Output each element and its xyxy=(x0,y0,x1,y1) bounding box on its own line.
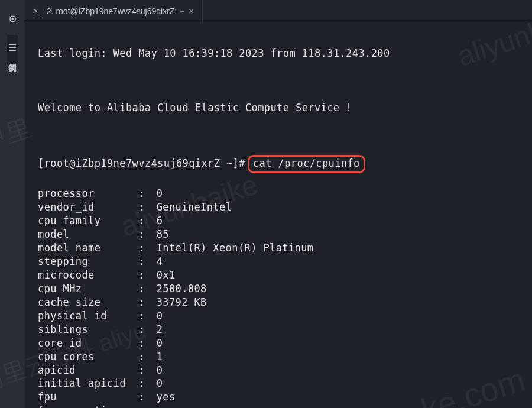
colon: : xyxy=(138,268,150,282)
cpuinfo-row: fpu: yes xyxy=(38,390,532,404)
sidebar-item-my-instance[interactable]: ☰ 我的实例 xyxy=(7,35,18,64)
cpuinfo-key: microcode xyxy=(38,268,138,282)
cpuinfo-value: 0 xyxy=(150,336,163,350)
terminal-output[interactable]: Last login: Wed May 10 16:39:18 2023 fro… xyxy=(25,22,532,408)
tabbar: >_ 2. root@iZbp19ne7wvz4suj69qixrZ: ~ × xyxy=(25,0,532,22)
tab-title: 2. root@iZbp19ne7wvz4suj69qixrZ: ~ xyxy=(47,7,184,16)
cpuinfo-row: cpu cores: 1 xyxy=(38,350,532,364)
cpuinfo-row: stepping: 4 xyxy=(38,255,532,268)
cpuinfo-key: model name xyxy=(38,241,138,255)
cpuinfo-key: cpu MHz xyxy=(38,282,138,296)
shell-prompt: [root@iZbp19ne7wvz4suj69qixrZ ~]# xyxy=(38,157,245,169)
terminal-tab[interactable]: >_ 2. root@iZbp19ne7wvz4suj69qixrZ: ~ × xyxy=(25,0,203,22)
cpuinfo-row: cpu MHz: 2500.008 xyxy=(38,282,532,296)
welcome-line: Welcome to Alibaba Cloud Elastic Compute… xyxy=(38,101,532,115)
colon: : xyxy=(138,282,150,296)
cpuinfo-row: fpu_exception: yes xyxy=(38,404,532,408)
cpuinfo-value: 0x1 xyxy=(150,268,176,282)
cpuinfo-row: initial apicid: 0 xyxy=(38,377,532,390)
colon: : xyxy=(138,377,150,390)
cpuinfo-key: core id xyxy=(38,336,138,350)
cpuinfo-row: siblings: 2 xyxy=(38,323,532,336)
cpuinfo-row: processor: 0 xyxy=(38,187,532,200)
sidebar-item-recent-login[interactable]: ⊙ 最近登录 xyxy=(7,6,18,35)
colon: : xyxy=(138,214,150,228)
cpuinfo-value: 4 xyxy=(150,255,163,268)
cpuinfo-value: yes xyxy=(150,390,176,404)
cpuinfo-row: physical id: 0 xyxy=(38,309,532,323)
cpuinfo-key: cpu cores xyxy=(38,350,138,364)
colon: : xyxy=(138,336,150,350)
list-icon: ☰ xyxy=(8,42,17,53)
terminal-icon: >_ xyxy=(33,7,42,15)
chat-icon: ⊙ xyxy=(9,13,17,24)
cpuinfo-value: GenuineIntel xyxy=(150,200,232,214)
main-area: >_ 2. root@iZbp19ne7wvz4suj69qixrZ: ~ × … xyxy=(25,0,532,408)
cpuinfo-row: model name: Intel(R) Xeon(R) Platinum xyxy=(38,241,532,255)
cpuinfo-key: initial apicid xyxy=(38,377,138,390)
colon: : xyxy=(138,404,150,408)
colon: : xyxy=(138,309,150,323)
cpuinfo-value: 2 xyxy=(150,323,163,336)
cpuinfo-key: siblings xyxy=(38,323,138,336)
cpuinfo-row: apicid: 0 xyxy=(38,364,532,377)
cpuinfo-value: 0 xyxy=(150,364,163,377)
cpuinfo-row: core id: 0 xyxy=(38,336,532,350)
cpuinfo-key: model xyxy=(38,228,138,241)
cpuinfo-row: cpu family: 6 xyxy=(38,214,532,228)
colon: : xyxy=(138,296,150,309)
cpuinfo-value: 0 xyxy=(150,377,163,390)
cpuinfo-key: apicid xyxy=(38,364,138,377)
cpuinfo-row: cache size: 33792 KB xyxy=(38,296,532,309)
colon: : xyxy=(138,200,150,214)
close-icon[interactable]: × xyxy=(189,6,194,16)
colon: : xyxy=(138,323,150,336)
cpuinfo-key: cache size xyxy=(38,296,138,309)
colon: : xyxy=(138,228,150,241)
cpuinfo-row: model: 85 xyxy=(38,228,532,241)
cpuinfo-key: stepping xyxy=(38,255,138,268)
cpuinfo-value: 2500.008 xyxy=(150,282,207,296)
sidebar: ⊙ 最近登录 ☰ 我的实例 xyxy=(0,0,25,408)
colon: : xyxy=(138,255,150,268)
cpuinfo-value: 1 xyxy=(150,350,163,364)
cpuinfo-key: cpu family xyxy=(38,214,138,228)
last-login-line: Last login: Wed May 10 16:39:18 2023 fro… xyxy=(38,47,532,60)
colon: : xyxy=(138,390,150,404)
cpuinfo-value: 0 xyxy=(150,187,163,200)
cpuinfo-key: processor xyxy=(38,187,138,200)
cpuinfo-row: microcode: 0x1 xyxy=(38,268,532,282)
colon: : xyxy=(138,364,150,377)
cpuinfo-key: fpu_exception xyxy=(38,404,138,408)
cpuinfo-key: vendor_id xyxy=(38,200,138,214)
cpuinfo-value: Intel(R) Xeon(R) Platinum xyxy=(150,241,314,255)
cpuinfo-key: fpu xyxy=(38,390,138,404)
cpuinfo-key: physical id xyxy=(38,309,138,323)
colon: : xyxy=(138,350,150,364)
colon: : xyxy=(138,187,150,200)
colon: : xyxy=(138,241,150,255)
cpuinfo-value: 6 xyxy=(150,214,163,228)
cpuinfo-row: vendor_id: GenuineIntel xyxy=(38,200,532,214)
cpuinfo-value: 33792 KB xyxy=(150,296,207,309)
cpuinfo-value: 85 xyxy=(150,228,169,241)
cpuinfo-value: yes xyxy=(150,404,176,408)
command-highlight: cat /proc/cpuinfo xyxy=(248,155,365,173)
prompt-line: [root@iZbp19ne7wvz4suj69qixrZ ~]#cat /pr… xyxy=(38,155,532,173)
cpuinfo-value: 0 xyxy=(150,309,163,323)
